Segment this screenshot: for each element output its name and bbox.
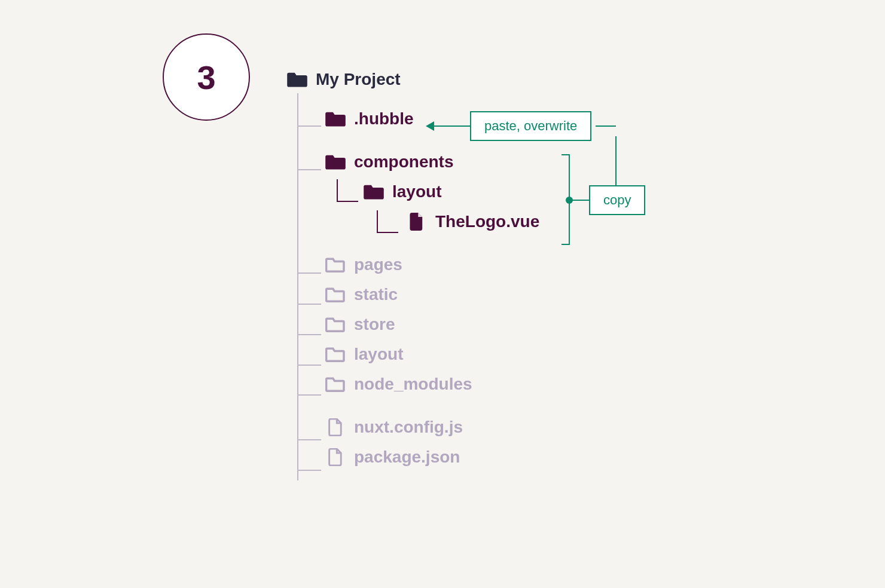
tree-root: My Project xyxy=(287,67,539,92)
file-icon xyxy=(407,213,427,231)
folder-icon xyxy=(325,110,346,128)
tree-item-layout-sub: layout xyxy=(364,177,539,207)
callout-copy-text: copy xyxy=(603,192,631,207)
callout-paste: paste, overwrite xyxy=(470,111,591,141)
tree-item-static: static xyxy=(325,280,539,310)
folder-outline-icon xyxy=(325,316,346,333)
tree-label: store xyxy=(354,315,395,334)
copy-connector-line xyxy=(572,200,589,201)
tree-label: nuxt.config.js xyxy=(354,418,463,437)
tree-item-layout: layout xyxy=(325,339,539,369)
arrow-head-icon xyxy=(426,121,434,131)
route-vertical xyxy=(615,136,617,185)
folder-outline-icon xyxy=(325,375,346,393)
folder-icon xyxy=(325,153,346,171)
callout-copy: copy xyxy=(589,185,645,215)
folder-icon xyxy=(364,183,384,201)
tree-label: layout xyxy=(392,182,441,201)
copy-bracket-top xyxy=(561,154,569,155)
tree-item-thelogo: TheLogo.vue xyxy=(407,207,539,237)
tree-item-node-modules: node_modules xyxy=(325,369,539,399)
step-badge: 3 xyxy=(163,33,250,121)
folder-icon xyxy=(287,71,307,88)
tree-label: components xyxy=(354,152,453,172)
file-outline-icon xyxy=(325,418,346,436)
tree-label: node_modules xyxy=(354,375,472,394)
step-number: 3 xyxy=(197,58,215,97)
tree-label: TheLogo.vue xyxy=(435,212,539,231)
folder-outline-icon xyxy=(325,286,346,304)
tree-item-store: store xyxy=(325,310,539,339)
folder-outline-icon xyxy=(325,256,346,274)
tree-label: layout xyxy=(354,345,403,364)
tree-item-nuxt-config: nuxt.config.js xyxy=(325,412,539,442)
tree-item-pages: pages xyxy=(325,250,539,280)
callout-paste-text: paste, overwrite xyxy=(484,118,577,133)
tree-label: static xyxy=(354,285,398,304)
route-to-paste xyxy=(596,125,616,127)
tree-label-root: My Project xyxy=(316,70,401,89)
tree-item-package-json: package.json xyxy=(325,442,539,472)
tree-label: package.json xyxy=(354,448,460,467)
arrow-line xyxy=(434,125,470,127)
tree-item-components: components xyxy=(325,147,539,177)
tree-label: pages xyxy=(354,255,402,274)
file-outline-icon xyxy=(325,448,346,466)
folder-outline-icon xyxy=(325,345,346,363)
tree-label: .hubble xyxy=(354,109,414,128)
copy-bracket-bottom xyxy=(561,244,569,245)
